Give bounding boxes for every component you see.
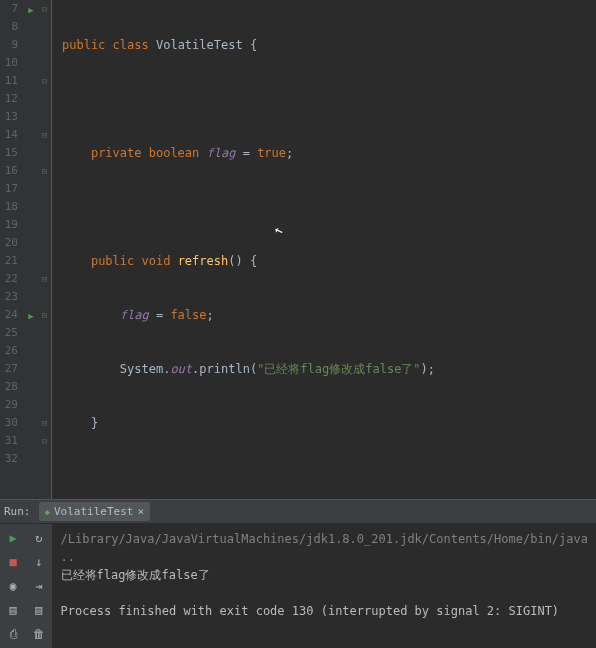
- fold-gutter: ⊟ ⊟ ⊟ ⊟ ⊟ ⊟ ⊟ ⊟: [38, 0, 52, 499]
- console-command: /Library/Java/JavaVirtualMachines/jdk1.8…: [61, 532, 596, 564]
- code-content[interactable]: public class VolatileTest { private bool…: [52, 0, 596, 499]
- run-toolbar-secondary: ↻ ↓ ⇥ ▤ 🗑: [26, 524, 52, 648]
- fold-icon[interactable]: ⊟: [38, 0, 51, 18]
- gutter-markers: ▶ ▶: [24, 0, 38, 499]
- fold-icon[interactable]: ⊟: [38, 270, 51, 288]
- console-exit-line: Process finished with exit code 130 (int…: [61, 604, 560, 618]
- fold-icon[interactable]: ⊟: [38, 162, 51, 180]
- run-main-icon[interactable]: ▶: [28, 311, 33, 321]
- run-tab-name: VolatileTest: [54, 505, 133, 518]
- fold-icon[interactable]: ⊟: [38, 414, 51, 432]
- run-tab[interactable]: ◆ VolatileTest ×: [39, 502, 151, 521]
- console-line: 已经将flag修改成false了: [61, 568, 210, 582]
- run-class-icon[interactable]: ▶: [28, 5, 33, 15]
- code-editor[interactable]: 7 8 9 10 11 12 13 14 15 16 17 18 19 20 2…: [0, 0, 596, 499]
- tab-class-icon: ◆: [45, 507, 50, 517]
- fold-icon[interactable]: ⊟: [38, 126, 51, 144]
- scroll-down-icon[interactable]: ↓: [31, 554, 47, 570]
- run-panel-label: Run:: [4, 505, 31, 518]
- camera-icon[interactable]: ◉: [5, 578, 21, 594]
- layout-icon[interactable]: ▤: [31, 602, 47, 618]
- print-icon[interactable]: ⎙: [5, 626, 21, 642]
- rerun-icon[interactable]: ↻: [31, 530, 47, 546]
- line-number-gutter: 7 8 9 10 11 12 13 14 15 16 17 18 19 20 2…: [0, 0, 24, 499]
- fold-icon[interactable]: ⊟: [38, 306, 51, 324]
- run-icon[interactable]: ▶: [5, 530, 21, 546]
- close-tab-icon[interactable]: ×: [137, 505, 144, 518]
- wrap-icon[interactable]: ⇥: [31, 578, 47, 594]
- run-tool-window: Run: ◆ VolatileTest × ▶ ■ ◉ ▤ ⎙ ↻ ↓ ⇥ ▤ …: [0, 499, 596, 648]
- fold-icon[interactable]: ⊟: [38, 72, 51, 90]
- fold-icon[interactable]: ⊟: [38, 432, 51, 450]
- mouse-cursor-icon: ↖: [271, 219, 285, 239]
- trash-icon[interactable]: 🗑: [31, 626, 47, 642]
- stop-icon[interactable]: ■: [5, 554, 21, 570]
- run-toolbar-left: ▶ ■ ◉ ▤ ⎙: [0, 524, 26, 648]
- console-output[interactable]: /Library/Java/JavaVirtualMachines/jdk1.8…: [53, 524, 596, 648]
- run-header: Run: ◆ VolatileTest ×: [0, 500, 596, 524]
- layout-icon[interactable]: ▤: [5, 602, 21, 618]
